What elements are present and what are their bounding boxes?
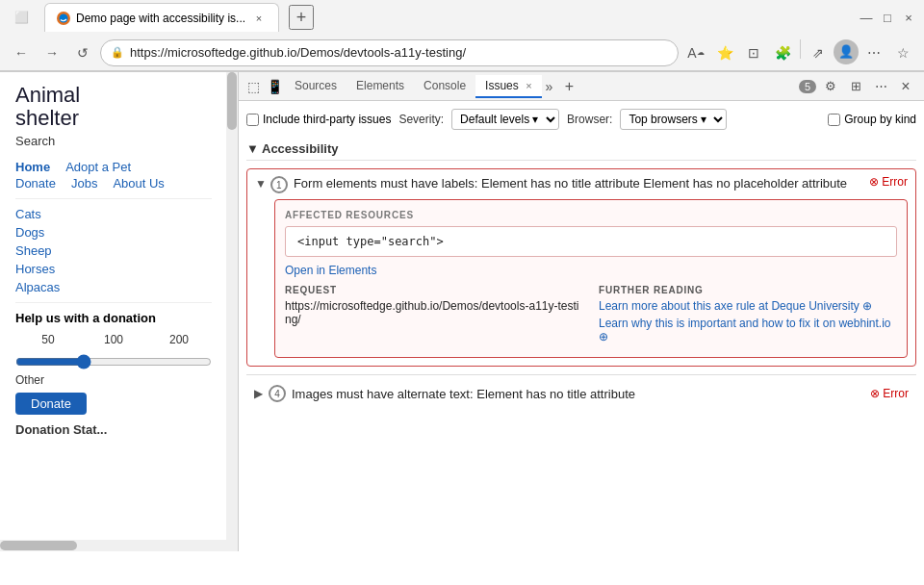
issue-1-details: AFFECTED RESOURCES <input type="search">… (274, 199, 908, 358)
address-bar[interactable]: 🔒 https://microsoftedge.github.io/Demos/… (100, 39, 679, 66)
close-button[interactable]: × (901, 10, 916, 25)
group-by-label[interactable]: Group by kind (828, 113, 916, 126)
donation-other: Other (15, 373, 212, 387)
tab-close-button[interactable]: × (251, 11, 267, 26)
share-button[interactable]: ⇗ (805, 39, 832, 66)
issue-1-header: ▼ 1 Form elements must have labels: Elem… (247, 169, 915, 199)
maximize-button[interactable]: □ (880, 10, 895, 25)
profile-button[interactable]: 👤 (834, 39, 859, 64)
tab-sources[interactable]: Sources (285, 75, 346, 98)
browser-chrome: ⬜ Demo page with accessibility is... × +… (0, 0, 924, 72)
group-by-checkbox[interactable] (828, 114, 840, 126)
accessibility-section-header: ▼ Accessibility (246, 138, 916, 161)
edge-icon (59, 13, 68, 23)
details-columns: REQUEST https://microsoftedge.github.io/… (285, 285, 897, 347)
site-logo: Animal shelter (15, 84, 212, 130)
affected-resources-label: AFFECTED RESOURCES (285, 210, 897, 220)
animal-list: Cats Dogs Sheep Horses Alpacas (15, 207, 212, 294)
settings-button[interactable]: ⋯ (860, 39, 887, 66)
issue-1-title: Form elements must have labels: Element … (294, 175, 861, 192)
new-tab-button[interactable]: + (289, 5, 314, 30)
donate-button[interactable]: Donate (15, 393, 87, 415)
site-search: Search (15, 134, 212, 148)
severity-dropdown[interactable]: Default levels ▾ (451, 109, 559, 130)
devtools-tabs: ⬚ 📱 Sources Elements Console Issues × » … (239, 72, 924, 101)
animal-dogs[interactable]: Dogs (15, 225, 212, 240)
devtools-inspector-button[interactable]: ⬚ (243, 76, 264, 97)
tab-issues[interactable]: Issues × (475, 75, 541, 98)
extensions-button[interactable]: 🧩 (769, 39, 796, 66)
favorites-button[interactable]: ⭐ (711, 39, 738, 66)
nav-divider (15, 198, 212, 199)
nav-jobs-link[interactable]: Jobs (71, 176, 97, 191)
scroll-track[interactable] (226, 72, 238, 551)
devtools-close-button[interactable]: × (895, 76, 916, 97)
devtools-add-tab[interactable]: + (558, 76, 579, 97)
sidebar-toggle-button[interactable]: ⬜ (8, 4, 35, 31)
animal-cats[interactable]: Cats (15, 207, 212, 221)
amount-100: 100 (81, 333, 146, 346)
webhint-link[interactable]: Learn why this is important and how to f… (599, 317, 897, 343)
h-scrollbar[interactable] (0, 540, 226, 551)
issue-2-row: ▶ 4 Images must have alternate text: Ele… (246, 379, 916, 408)
donation-title: Help us with a donation (15, 311, 212, 325)
issue-1-error: ⊗ Error (869, 175, 908, 189)
animal-horses[interactable]: Horses (15, 262, 212, 276)
minimize-button[interactable]: — (859, 10, 874, 25)
browser-dropdown[interactable]: Top browsers ▾ (620, 109, 727, 130)
issue-1-container: ▼ 1 Form elements must have labels: Elem… (246, 168, 916, 367)
issues-badge: 5 (799, 80, 816, 93)
devtools-content: Include third-party issues Severity: Def… (239, 101, 924, 551)
devtools-panel: ⬚ 📱 Sources Elements Console Issues × » … (239, 72, 924, 551)
nav-donate-link[interactable]: Donate (15, 176, 56, 191)
request-col: REQUEST https://microsoftedge.github.io/… (285, 285, 583, 347)
nav-home-link[interactable]: Home (15, 160, 50, 174)
issue-2-toggle[interactable]: ▶ (254, 387, 263, 400)
code-snippet: <input type="search"> (285, 226, 897, 257)
deque-link[interactable]: Learn more about this axe rule at Deque … (599, 299, 897, 313)
issues-separator (246, 374, 916, 375)
collections-button[interactable]: ⊡ (740, 39, 767, 66)
open-in-elements-link[interactable]: Open in Elements (285, 264, 376, 277)
animal-sheep[interactable]: Sheep (15, 243, 212, 258)
donation-slider[interactable] (15, 354, 212, 369)
tab-elements[interactable]: Elements (346, 75, 414, 98)
animal-alpacas[interactable]: Alpacas (15, 280, 212, 294)
nav-row-1: Home Adopt a Pet (15, 160, 212, 174)
devtools-overflow-button[interactable]: ⋯ (870, 76, 891, 97)
scroll-thumb[interactable] (227, 72, 237, 130)
issue-2-error: ⊗ Error (870, 387, 909, 400)
include-third-party-checkbox[interactable] (246, 114, 259, 126)
website-panel: Animal shelter Search Home Adopt a Pet D… (0, 72, 239, 551)
read-aloud-button[interactable]: A☁ (682, 39, 709, 66)
tab-console[interactable]: Console (414, 75, 475, 98)
title-bar: ⬜ Demo page with accessibility is... × +… (0, 0, 924, 35)
amount-50: 50 (15, 333, 81, 346)
further-reading-label: FURTHER READING (599, 285, 897, 295)
website-content: Animal shelter Search Home Adopt a Pet D… (0, 72, 227, 448)
devtools-dock-button[interactable]: ⊞ (845, 76, 866, 97)
search-label: Search (15, 134, 55, 148)
devtools-more-tabs[interactable]: » (542, 75, 557, 98)
h-scroll-thumb[interactable] (0, 541, 77, 550)
issue-1-circle: 1 (270, 176, 288, 193)
main-area: Animal shelter Search Home Adopt a Pet D… (0, 72, 924, 551)
issue-2-circle: 4 (269, 385, 286, 402)
tab-favicon (57, 12, 70, 25)
devtools-device-button[interactable]: 📱 (264, 76, 285, 97)
address-text: https://microsoftedge.github.io/Demos/de… (130, 45, 668, 60)
browser-tab[interactable]: Demo page with accessibility is... × (44, 3, 279, 32)
issue-1-toggle[interactable]: ▼ (255, 175, 267, 191)
refresh-button[interactable]: ↺ (69, 39, 96, 66)
forward-button[interactable]: → (38, 39, 65, 66)
site-nav: Home Adopt a Pet Donate Jobs About Us (15, 160, 212, 191)
nav-about-link[interactable]: About Us (113, 176, 164, 191)
nav-adopt-link[interactable]: Adopt a Pet (65, 160, 131, 174)
back-button[interactable]: ← (8, 39, 35, 66)
window-controls: ⬜ (8, 4, 35, 31)
devtools-settings-button[interactable]: ⚙ (820, 76, 841, 97)
issues-tab-close[interactable]: × (526, 80, 531, 91)
include-third-party-label[interactable]: Include third-party issues (246, 113, 391, 126)
sidebar-button[interactable]: ☆ (889, 39, 916, 66)
request-label: REQUEST (285, 285, 583, 295)
